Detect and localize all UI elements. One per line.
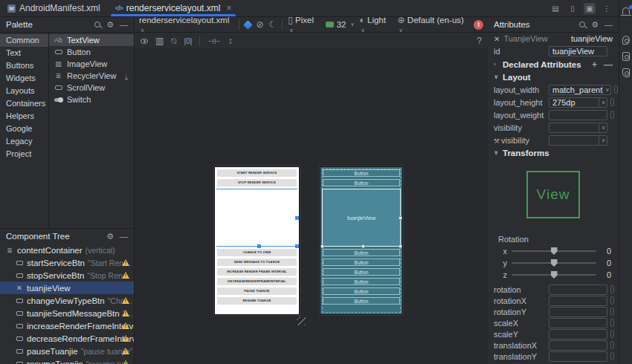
constraint-pill[interactable] (610, 285, 614, 293)
gear-icon[interactable]: ⚙ (106, 233, 114, 241)
error-badge[interactable]: ! (474, 20, 483, 30)
search-icon[interactable] (579, 22, 585, 27)
layout_weight-input[interactable] (549, 110, 607, 120)
palette-item-textview[interactable]: AbTextView (49, 34, 134, 46)
id-input[interactable]: tuanjieView (549, 46, 607, 56)
transforms-section[interactable]: ∨ Transforms (488, 146, 619, 159)
constraint-pill[interactable] (610, 352, 614, 360)
resize-handle[interactable] (320, 244, 324, 248)
tree-row-tuanjieView[interactable]: ✕tuanjieView (0, 282, 134, 294)
constraint-pill[interactable] (614, 85, 618, 94)
align-horizontal-icon[interactable]: ⊣⊢ (207, 37, 220, 45)
rotation-input[interactable] (549, 285, 607, 295)
slider-thumb[interactable] (551, 259, 558, 267)
download-icon[interactable]: ↓ (125, 73, 129, 79)
column-layout-icon[interactable]: ▥ (155, 36, 164, 46)
palette-category-project[interactable]: Project (0, 148, 48, 160)
slider-track[interactable] (512, 250, 596, 252)
slider-track[interactable] (512, 262, 596, 264)
assistant-icon[interactable] (621, 36, 631, 46)
blueprint-button[interactable]: Button (323, 179, 400, 186)
palette-category-widgets[interactable]: Widgets (0, 72, 48, 85)
tree-row-startServiceBtn[interactable]: startServiceBtn"Start Render Serv... (0, 256, 134, 269)
blueprint-button[interactable]: Button (323, 259, 400, 266)
layout-section[interactable]: ∨ Layout (488, 71, 619, 83)
translationX-input[interactable] (549, 340, 607, 351)
more-kebab-icon[interactable]: ⋮ (601, 3, 613, 14)
palette-item-scrollview[interactable]: ScrollView (49, 82, 134, 94)
blueprint-button[interactable]: Button (323, 169, 400, 177)
palette-category-text[interactable]: Text (0, 47, 48, 59)
resize-handle[interactable] (399, 216, 402, 220)
tree-row-contentContainer[interactable]: ≣contentContainer(vertical) (0, 244, 134, 256)
tools-visibility-dropdown[interactable]: ∨ (549, 135, 607, 146)
tab-renderservicelayout[interactable]: </> renderservicelayout.xml × (108, 0, 239, 16)
no-system-ui-icon[interactable]: ⊘ (256, 20, 263, 29)
scaleY-input[interactable] (549, 329, 607, 339)
tree-row-stopServiceBtn[interactable]: stopServiceBtn"Stop Render Servi... (0, 269, 134, 282)
tree-row-increaseRenderFrameInterval[interactable]: increaseRenderFrameInterval"I... (0, 319, 134, 332)
android-button[interactable]: STOP RENDER SERVICE (217, 179, 297, 186)
view-options-eye-icon[interactable] (141, 39, 148, 44)
constraint-pill[interactable] (610, 308, 614, 316)
tree-row-changeViewTypeBtn[interactable]: changeViewTypeBtn"Change To ... (0, 294, 134, 307)
palette-category-buttons[interactable]: Buttons (0, 59, 48, 72)
palette-category-common[interactable]: Common (0, 34, 48, 47)
rotationY-input[interactable] (549, 307, 607, 317)
minimize-icon[interactable]: — (604, 21, 613, 29)
night-mode-icon[interactable]: ☾ (269, 20, 277, 29)
visibility-dropdown[interactable]: ∨ (549, 123, 607, 133)
resize-handle[interactable] (295, 216, 299, 220)
android-button[interactable]: PAUSE TUANJIE (217, 287, 297, 295)
constraint-pill[interactable] (610, 98, 614, 106)
locale-selector[interactable]: ⊕ Default (en-us) ∨ (398, 16, 469, 33)
constraint-pill[interactable] (610, 341, 614, 349)
constraint-pill[interactable] (610, 319, 614, 327)
help-icon[interactable]: ? (477, 36, 482, 46)
android-button[interactable]: SEND MESSAGE TO TUANJIE (217, 259, 297, 266)
blueprint-button[interactable]: Button (323, 278, 400, 285)
resize-handle[interactable] (399, 244, 402, 248)
palette-item-switch[interactable]: Switch (49, 94, 134, 105)
blueprint-button[interactable]: Button (323, 268, 400, 276)
gear-icon[interactable]: ⚙ (106, 21, 114, 29)
blueprint-preview-phone[interactable]: ButtonButton tuanjieView ButtonButtonBut… (320, 166, 403, 315)
palette-category-google[interactable]: Google (0, 123, 48, 135)
constraint-pill[interactable] (610, 296, 614, 305)
android-button[interactable]: CHANGE TO VIEW (217, 249, 297, 256)
palette-category-helpers[interactable]: Helpers (0, 110, 48, 123)
palette-item-button[interactable]: Button (49, 46, 134, 58)
resize-grip-icon[interactable] (297, 316, 306, 325)
default-margins-icon[interactable]: |0| (184, 37, 193, 45)
declared-attributes-section[interactable]: › Declared Attributes + — (488, 58, 619, 71)
translationY-input[interactable] (549, 351, 607, 362)
android-button[interactable]: INCREASE RENDER FRAME INTERVAL (217, 268, 297, 276)
design-preview-phone[interactable]: START RENDER SERVICESTOP RENDER SERVICE … (214, 166, 300, 315)
preview-selected-icon[interactable]: ▣ (584, 3, 596, 14)
gear-icon[interactable]: ⚙ (591, 21, 599, 29)
selected-tuanjie-view-blueprint[interactable]: tuanjieView (322, 189, 401, 247)
tree-row-pauseTuanjie[interactable]: pauseTuanjie"pause tuanjie" (0, 345, 134, 357)
slider-track[interactable] (512, 274, 596, 276)
slider-thumb[interactable] (551, 271, 558, 279)
layout_width-dropdown[interactable]: match_parent∨ (549, 85, 611, 95)
search-icon[interactable] (94, 22, 100, 27)
blueprint-button[interactable]: Button (323, 249, 400, 256)
minimize-icon[interactable]: — (120, 233, 128, 241)
device-selector[interactable]: ▯ Pixel ∨ (288, 16, 320, 33)
design-surface[interactable]: START RENDER SERVICESTOP RENDER SERVICE … (135, 48, 488, 364)
blueprint-button[interactable]: Button (323, 297, 400, 305)
palette-category-containers[interactable]: Containers (0, 97, 48, 110)
layout_height-dropdown[interactable]: 275dp∨ (549, 97, 607, 108)
file-selector[interactable]: renderservicelayout.xml ∨ (139, 16, 233, 33)
layout-inspector-icon[interactable] (621, 68, 631, 79)
autoconnect-off-icon[interactable]: ⍉ (171, 36, 176, 46)
android-button[interactable]: START RENDER SERVICE (217, 169, 297, 177)
palette-category-legacy[interactable]: Legacy (0, 135, 48, 148)
slider-thumb[interactable] (551, 247, 558, 255)
surface-mode-icon[interactable] (243, 20, 252, 29)
tree-row-resumeTuanjie[interactable]: resumeTuanjie"resume tuanjie" (0, 357, 134, 364)
android-button[interactable]: RESUME TUANJIE (217, 297, 297, 305)
tool-window-icon[interactable]: ▯ (567, 3, 578, 14)
tree-row-tuanjieSendMessageBtn[interactable]: tuanjieSendMessageBtn"Send M... (0, 307, 134, 319)
